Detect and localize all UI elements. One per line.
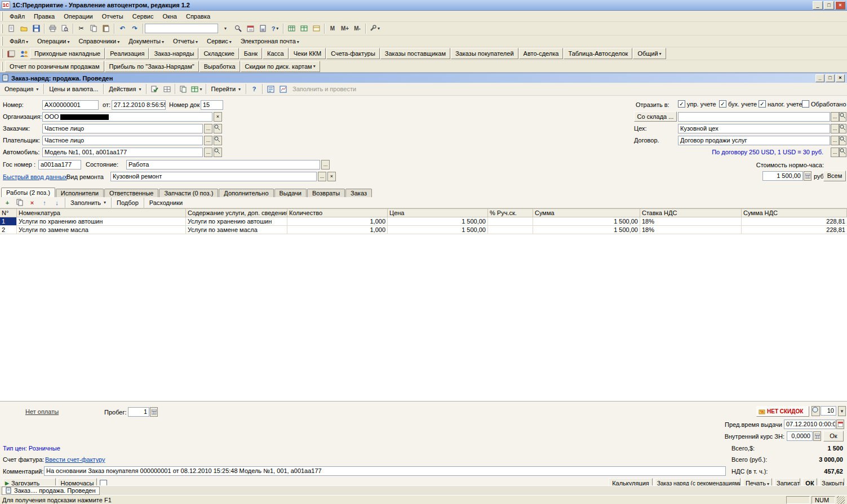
custom-menu-reports[interactable]: Отчеты▾ — [168, 36, 202, 46]
minimize-button[interactable]: _ — [813, 1, 823, 10]
contract-search-icon[interactable] — [839, 136, 846, 145]
cut-icon[interactable]: ✂ — [75, 23, 87, 34]
checkbox-processed[interactable]: Обработано — [802, 100, 846, 108]
operation-button[interactable]: Операция▾ — [1, 84, 42, 93]
close-button[interactable]: × — [835, 1, 845, 10]
quantity-cell[interactable]: 1,000 — [287, 217, 388, 226]
find-icon[interactable] — [232, 23, 244, 34]
copy-icon[interactable] — [87, 23, 100, 34]
car-field[interactable]: Модель №1, 001, а001аа177 — [42, 148, 203, 157]
workshop-search-icon[interactable] — [839, 124, 846, 133]
warehouse-select-button[interactable]: ... — [831, 112, 839, 122]
repair-type-clear-button[interactable]: × — [327, 172, 336, 181]
organization-select-button[interactable]: × — [214, 112, 222, 122]
mdi-window-tab[interactable]: Заказ.... продажа. Проведен — [2, 487, 100, 495]
calendar-button-icon[interactable] — [836, 420, 844, 429]
due-time-field[interactable]: 07.12.2010 0:00:00 — [784, 420, 836, 429]
quick-button-supplier-orders[interactable]: Заказы поставщикам — [380, 48, 450, 59]
copy-document-icon[interactable] — [177, 83, 189, 95]
help-button[interactable]: ?▾ — [269, 23, 281, 34]
car-search-icon[interactable] — [214, 148, 222, 157]
checkbox-book-accounting[interactable]: ✓бух. учете — [719, 100, 757, 108]
document-restore-button[interactable]: □ — [826, 74, 835, 82]
prices-currency-button[interactable]: Цены и валюта... — [46, 84, 101, 93]
price-cell[interactable]: 1 500,00 — [388, 226, 488, 234]
quick-button-work-orders[interactable]: Заказ-наряды — [149, 48, 198, 59]
open-icon[interactable] — [17, 23, 30, 34]
customer-select-button[interactable]: ... — [204, 124, 212, 133]
save-icon[interactable] — [30, 23, 42, 34]
contract-info-select-button[interactable]: ... — [831, 148, 839, 157]
table-pick-icon[interactable] — [298, 23, 310, 34]
quick-button-bank[interactable]: Банк — [240, 48, 262, 59]
tab-executors[interactable]: Исполнители — [56, 189, 104, 197]
add-row-icon[interactable]: + — [1, 197, 14, 208]
tab-additional[interactable]: Дополнительно — [219, 189, 273, 197]
no-discounts-button[interactable]: %НЕТ СКИДОК — [756, 406, 809, 417]
custom-menu-service[interactable]: Сервис▾ — [202, 36, 236, 46]
comment-field[interactable]: На основании Заказ покупателя 000000001 … — [44, 466, 726, 476]
memory-add-button[interactable]: М+ — [339, 23, 351, 34]
workshop-select-button[interactable]: ... — [831, 124, 839, 133]
sum-cell[interactable]: 1 500,00 — [533, 217, 640, 226]
template-icon[interactable] — [310, 23, 322, 34]
tab-returns[interactable]: Возвраты — [307, 189, 345, 197]
quick-button-customer-orders[interactable]: Заказы покупателей — [451, 48, 518, 59]
apply-to-all-button[interactable]: Всем — [823, 171, 846, 181]
repair-type-select-button[interactable]: ... — [318, 172, 326, 181]
state-select-button[interactable]: ... — [321, 160, 330, 170]
menu-help[interactable]: Справка — [181, 11, 215, 21]
calendar-icon[interactable] — [244, 23, 256, 34]
table-row[interactable]: 1 Услуги по хранению автошин Услуги по х… — [0, 217, 847, 226]
service-content-cell[interactable]: Услуги по хранению автошин — [186, 217, 287, 226]
vat-sum-cell[interactable]: 228,81 — [742, 226, 847, 234]
print-icon[interactable] — [46, 23, 59, 34]
tab-issues[interactable]: Выдачи — [274, 189, 307, 197]
toolbar-grip[interactable] — [1, 37, 3, 46]
vat-rate-cell[interactable]: 18% — [640, 217, 742, 226]
from-warehouse-button[interactable]: Со склада ... — [634, 111, 677, 122]
quick-button-common[interactable]: Общий▾ — [633, 48, 666, 59]
checkbox-tax-accounting[interactable]: ✓налог. учете — [759, 100, 802, 108]
contract-select-button[interactable]: ... — [831, 136, 839, 145]
row-number-cell[interactable]: 2 — [0, 226, 17, 234]
payer-field[interactable]: Частное лицо — [42, 136, 203, 145]
move-up-icon[interactable]: ↑ — [38, 197, 51, 208]
menu-windows[interactable]: Окна — [158, 11, 181, 21]
document-minimize-button[interactable]: _ — [815, 74, 824, 82]
paste-icon[interactable] — [100, 23, 112, 34]
copy-row-icon[interactable] — [14, 197, 26, 208]
toolbar-grip[interactable] — [1, 12, 3, 21]
print-preview-icon[interactable] — [59, 23, 71, 34]
contractors-icon[interactable] — [17, 48, 30, 59]
move-down-icon[interactable]: ↓ — [51, 197, 63, 208]
price-cell[interactable]: 1 500,00 — [388, 217, 488, 226]
quick-button-workorder-profit[interactable]: Прибыль по "Заказ-Нарядам" — [105, 61, 199, 72]
row-number-cell[interactable]: 1 — [0, 217, 17, 226]
payer-select-button[interactable]: ... — [204, 136, 212, 145]
menu-edit[interactable]: Правка — [29, 11, 59, 21]
redo-icon[interactable]: ↷ — [128, 23, 141, 34]
mileage-field[interactable]: 1 — [128, 407, 149, 417]
doc-number-field[interactable]: 15 — [201, 100, 223, 110]
ok-small-button[interactable]: Ок — [823, 431, 844, 441]
fill-check-icon[interactable] — [264, 83, 277, 95]
quick-button-output[interactable]: Выработка — [199, 61, 240, 72]
warehouse-field[interactable] — [678, 112, 830, 122]
quick-button-retail-report[interactable]: Отчет по розничным продажам — [5, 61, 104, 72]
checkbox-management-accounting[interactable]: ✓упр. учете — [678, 100, 716, 108]
organization-field[interactable]: ООО — [42, 112, 212, 122]
maximize-button[interactable]: □ — [824, 1, 834, 10]
quick-button-auto-deal[interactable]: Авто-сделка — [519, 48, 564, 59]
nomenclature-cell[interactable]: Услуги по замене масла — [17, 226, 186, 234]
quick-entry-link[interactable]: Быстрый ввод данных — [3, 173, 67, 180]
tab-order[interactable]: Заказ — [345, 189, 372, 197]
menu-operations[interactable]: Операции — [59, 11, 97, 21]
price-type-link[interactable]: Тип цен: Розничные — [3, 445, 60, 452]
discount-count-field[interactable]: 10 — [821, 406, 836, 416]
contract-info-link[interactable]: По договору 250 USD, 1 USD = 30 руб. — [678, 149, 823, 155]
customer-search-icon[interactable] — [214, 124, 222, 133]
table-row[interactable]: 2 Услуги по замене масла Услуги по замен… — [0, 226, 847, 234]
tab-works[interactable]: Работы (2 поз.) — [1, 188, 55, 197]
tab-responsible[interactable]: Ответственные — [104, 189, 159, 197]
